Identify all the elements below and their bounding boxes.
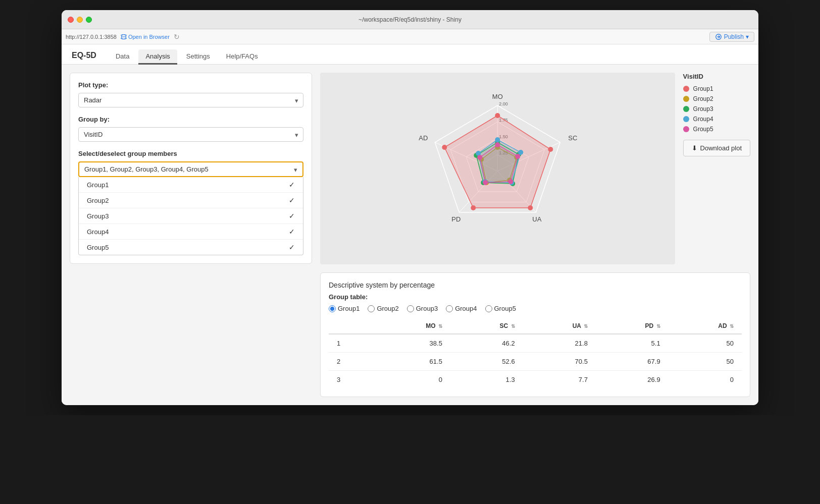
- svg-text:MO: MO: [492, 93, 503, 100]
- tab-data[interactable]: Data: [109, 49, 136, 65]
- open-in-browser-button[interactable]: Open in Browser: [121, 34, 170, 40]
- group-dropdown-list: Group1 ✓ Group2 ✓ Group3 ✓ Group4 ✓: [78, 177, 303, 255]
- checkmark-5: ✓: [289, 243, 295, 251]
- legend-dot-5: [683, 126, 689, 132]
- svg-point-50: [477, 155, 482, 160]
- svg-point-40: [495, 137, 500, 142]
- control-box: Plot type: Radar ▾ Group by: VisitID ▾ S…: [70, 73, 312, 264]
- tab-settings[interactable]: Settings: [179, 49, 217, 65]
- svg-point-41: [518, 150, 523, 155]
- browser-toolbar: http://127.0.0.1:3858 Open in Browser ↻ …: [62, 29, 758, 44]
- table-row-3: 3 0 1.3 7.7 26.9 0: [329, 371, 742, 389]
- right-panel: MO SC UA PD AD 1.25 1.50 1.75 2.00: [320, 73, 750, 397]
- app-window: ~/workspace/R/eq5d/inst/shiny - Shiny ht…: [62, 10, 758, 405]
- sort-sc-icon: ⇅: [511, 323, 515, 329]
- svg-text:UA: UA: [532, 215, 541, 223]
- svg-point-26: [442, 145, 447, 150]
- group-by-select[interactable]: VisitID: [78, 127, 303, 142]
- refresh-icon[interactable]: ↻: [174, 33, 180, 41]
- legend-title: VisitID: [683, 73, 750, 80]
- minimize-button[interactable]: [77, 17, 83, 23]
- plot-type-label: Plot type:: [78, 81, 303, 89]
- svg-text:PD: PD: [451, 215, 460, 223]
- sort-ua-icon: ⇅: [584, 323, 588, 329]
- svg-point-25: [471, 205, 476, 210]
- checkmark-4: ✓: [289, 228, 295, 236]
- group-item-2[interactable]: Group2 ✓: [79, 193, 303, 208]
- svg-point-22: [495, 113, 500, 118]
- svg-point-47: [515, 154, 520, 159]
- svg-point-24: [528, 205, 533, 210]
- multiselect-box[interactable]: Group1, Group2, Group3, Group4, Group5 ▾: [78, 161, 303, 177]
- col-header-mo[interactable]: MO ⇅: [375, 318, 450, 334]
- window-title: ~/workspace/R/eq5d/inst/shiny - Shiny: [358, 16, 462, 23]
- col-header-sc[interactable]: SC ⇅: [450, 318, 523, 334]
- radio-group5[interactable]: Group5: [485, 305, 516, 312]
- checkmark-2: ✓: [289, 196, 295, 204]
- svg-point-46: [495, 142, 500, 147]
- sort-pd-icon: ⇅: [656, 323, 660, 329]
- svg-text:AD: AD: [419, 134, 428, 142]
- legend-item-4: Group4: [683, 116, 750, 123]
- col-header-ua[interactable]: UA ⇅: [523, 318, 596, 334]
- app-brand: EQ-5D: [72, 51, 96, 64]
- table-header-row: MO ⇅ SC ⇅ UA ⇅: [329, 318, 742, 334]
- table-row-1: 1 38.5 46.2 21.8 5.1 50: [329, 334, 742, 353]
- svg-point-49: [483, 180, 488, 185]
- traffic-lights: [68, 17, 92, 23]
- group-by-wrapper: VisitID ▾: [78, 127, 303, 142]
- table-row-2: 2 61.5 52.6 70.5 67.9 50: [329, 353, 742, 371]
- plot-type-wrapper: Radar ▾: [78, 93, 303, 107]
- tab-help-faqs[interactable]: Help/FAQs: [219, 49, 265, 65]
- table-title: Descriptive system by percentage: [329, 281, 742, 289]
- legend-item-1: Group1: [683, 85, 750, 92]
- checkmark-3: ✓: [289, 212, 295, 220]
- group-item-5[interactable]: Group5 ✓: [79, 240, 303, 255]
- col-header-ad[interactable]: AD ⇅: [669, 318, 742, 334]
- left-panel: Plot type: Radar ▾ Group by: VisitID ▾ S…: [70, 73, 312, 397]
- titlebar: ~/workspace/R/eq5d/inst/shiny - Shiny: [62, 10, 758, 29]
- multiselect-arrow-icon: ▾: [294, 165, 297, 173]
- sort-ad-icon: ⇅: [730, 323, 734, 329]
- nav-bar: EQ-5D Data Analysis Settings Help/FAQs: [62, 44, 758, 65]
- maximize-button[interactable]: [86, 17, 92, 23]
- tab-analysis[interactable]: Analysis: [138, 49, 177, 65]
- legend-dot-1: [683, 86, 689, 92]
- close-button[interactable]: [68, 17, 74, 23]
- main-content: Plot type: Radar ▾ Group by: VisitID ▾ S…: [62, 65, 758, 405]
- download-plot-button[interactable]: ⬇ Download plot: [683, 140, 750, 156]
- legend-item-2: Group2: [683, 95, 750, 102]
- svg-text:SC: SC: [568, 134, 577, 142]
- table-section: Descriptive system by percentage Group t…: [320, 272, 750, 397]
- publish-button[interactable]: Publish ▾: [709, 32, 754, 42]
- group-item-1[interactable]: Group1 ✓: [79, 177, 303, 193]
- radio-group2[interactable]: Group2: [368, 305, 398, 312]
- radio-group3[interactable]: Group3: [407, 305, 438, 312]
- radio-group4[interactable]: Group4: [446, 305, 477, 312]
- legend-item-3: Group3: [683, 105, 750, 113]
- download-icon: ⬇: [692, 144, 697, 152]
- chart-legend: VisitID Group1 Group2 Group3: [683, 73, 750, 156]
- group-item-3[interactable]: Group3 ✓: [79, 208, 303, 224]
- legend-dot-3: [683, 106, 689, 112]
- legend-dot-4: [683, 116, 689, 122]
- url-bar[interactable]: http://127.0.0.1:3858: [66, 34, 117, 40]
- chart-area: MO SC UA PD AD 1.25 1.50 1.75 2.00: [320, 73, 750, 264]
- sort-mo-icon: ⇅: [438, 323, 442, 329]
- svg-text:2.00: 2.00: [499, 101, 508, 106]
- col-header-row: [329, 318, 375, 334]
- legend-dot-2: [683, 96, 689, 102]
- svg-point-23: [548, 147, 553, 152]
- group-item-4[interactable]: Group4 ✓: [79, 224, 303, 240]
- plot-type-select[interactable]: Radar: [78, 93, 303, 107]
- group-by-label: Group by:: [78, 116, 303, 123]
- group-table-label: Group table:: [329, 293, 742, 301]
- group-members-label: Select/deselect group members: [78, 150, 303, 157]
- data-table: MO ⇅ SC ⇅ UA ⇅: [329, 318, 742, 388]
- radio-group1[interactable]: Group1: [329, 305, 360, 312]
- svg-point-48: [508, 179, 513, 184]
- legend-item-5: Group5: [683, 126, 750, 133]
- publish-dropdown-arrow[interactable]: ▾: [746, 33, 749, 40]
- col-header-pd[interactable]: PD ⇅: [596, 318, 669, 334]
- checkmark-1: ✓: [289, 181, 295, 189]
